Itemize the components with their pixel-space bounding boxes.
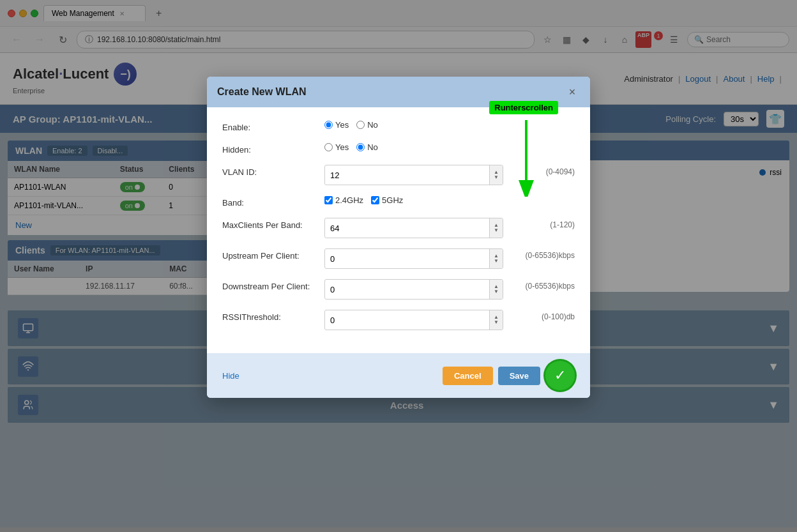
vlan-input-spinner: ▲ ▼ [324, 165, 503, 185]
rssi-input[interactable] [325, 312, 489, 328]
hidden-yes-label: Yes [335, 142, 349, 152]
maxclients-input[interactable] [325, 220, 489, 236]
band-24-label: 2.4GHz [335, 195, 363, 205]
band-label: Band: [222, 195, 324, 208]
band-5-label: 5GHz [382, 195, 403, 205]
modal-footer-buttons: Cancel Save ✓ [443, 361, 575, 390]
downstream-spinner: ▲ ▼ [324, 279, 503, 300]
maxclients-hint: (1-120) [550, 218, 575, 229]
hidden-no-label: No [367, 142, 378, 152]
downstream-down-icon: ▼ [494, 289, 499, 294]
downstream-input[interactable] [325, 282, 489, 298]
enable-yes-label: Yes [335, 120, 349, 130]
create-wlan-modal: Create New WLAN × Runterscrollen Enable: [207, 77, 590, 398]
hidden-no-radio[interactable]: No [356, 142, 378, 152]
maxclients-label: MaxClients Per Band: [222, 218, 324, 230]
upstream-input[interactable] [325, 251, 489, 267]
vlan-hint: (0-4094) [546, 165, 575, 176]
maxclients-down-icon: ▼ [494, 228, 499, 233]
vlan-control: ▲ ▼ [324, 165, 538, 185]
enable-yes-input[interactable] [324, 121, 333, 129]
upstream-spinner: ▲ ▼ [324, 248, 503, 269]
cancel-button[interactable]: Cancel [443, 367, 493, 385]
downstream-label: Downstream Per Client: [222, 279, 324, 291]
confirm-check-button[interactable]: ✓ [545, 361, 575, 390]
rssi-spinner-btn[interactable]: ▲ ▼ [489, 310, 503, 330]
check-icon: ✓ [554, 367, 566, 384]
hidden-yes-radio[interactable]: Yes [324, 142, 349, 152]
hide-link[interactable]: Hide [222, 371, 239, 381]
band-5-input[interactable] [371, 196, 379, 204]
vlan-input[interactable] [325, 167, 489, 183]
downstream-spinner-btn[interactable]: ▲ ▼ [489, 280, 503, 299]
modal-overlay: Create New WLAN × Runterscrollen Enable: [0, 0, 797, 528]
save-button[interactable]: Save [498, 367, 540, 385]
rssi-hint: (0-100)db [542, 310, 575, 321]
modal-footer: Hide Cancel Save ✓ [207, 353, 590, 398]
rssi-control: ▲ ▼ [324, 310, 534, 330]
maxclients-spinner-btn[interactable]: ▲ ▼ [489, 218, 503, 238]
band-24-input[interactable] [324, 196, 333, 204]
modal-close-button[interactable]: × [565, 84, 580, 100]
hidden-yes-input[interactable] [324, 143, 333, 151]
upstream-row: Upstream Per Client: ▲ ▼ (0-65536)kbps [222, 248, 575, 269]
band-5-checkbox[interactable]: 5GHz [371, 195, 403, 205]
modal-title: Create New WLAN [217, 86, 565, 98]
enable-label: Enable: [222, 120, 324, 132]
hidden-no-input[interactable] [356, 143, 365, 151]
enable-no-label: No [367, 120, 378, 130]
downstream-hint: (0-65536)kbps [526, 279, 575, 291]
maxclients-spinner: ▲ ▼ [324, 218, 503, 238]
scroll-arrow-svg [513, 120, 539, 197]
vlan-label: VLAN ID: [222, 165, 324, 177]
downstream-control: ▲ ▼ [324, 279, 518, 300]
rssi-threshold-label: RSSIThreshold: [222, 310, 324, 322]
upstream-control: ▲ ▼ [324, 248, 518, 269]
band-checkbox-group: 2.4GHz 5GHz [324, 195, 575, 205]
downstream-row: Downstream Per Client: ▲ ▼ (0-65536)kbps [222, 279, 575, 300]
vlan-spinner-btn[interactable]: ▲ ▼ [489, 165, 503, 185]
spinner-down-icon: ▼ [494, 175, 499, 180]
maxclients-row: MaxClients Per Band: ▲ ▼ (1-120) [222, 218, 575, 238]
upstream-spinner-btn[interactable]: ▲ ▼ [489, 249, 503, 268]
band-row: Band: 2.4GHz 5GHz [222, 195, 575, 208]
hidden-label: Hidden: [222, 142, 324, 155]
upstream-hint: (0-65536)kbps [526, 248, 575, 260]
rssi-down-icon: ▼ [494, 320, 499, 325]
upstream-down-icon: ▼ [494, 259, 499, 264]
rssi-row: RSSIThreshold: ▲ ▼ (0-100)db [222, 310, 575, 330]
enable-no-radio[interactable]: No [356, 120, 378, 130]
enable-yes-radio[interactable]: Yes [324, 120, 349, 130]
maxclients-control: ▲ ▼ [324, 218, 542, 238]
enable-no-input[interactable] [356, 121, 365, 129]
upstream-label: Upstream Per Client: [222, 248, 324, 261]
scroll-annotation: Runterscrollen [489, 101, 558, 114]
band-24-checkbox[interactable]: 2.4GHz [324, 195, 363, 205]
rssi-spinner: ▲ ▼ [324, 310, 503, 330]
